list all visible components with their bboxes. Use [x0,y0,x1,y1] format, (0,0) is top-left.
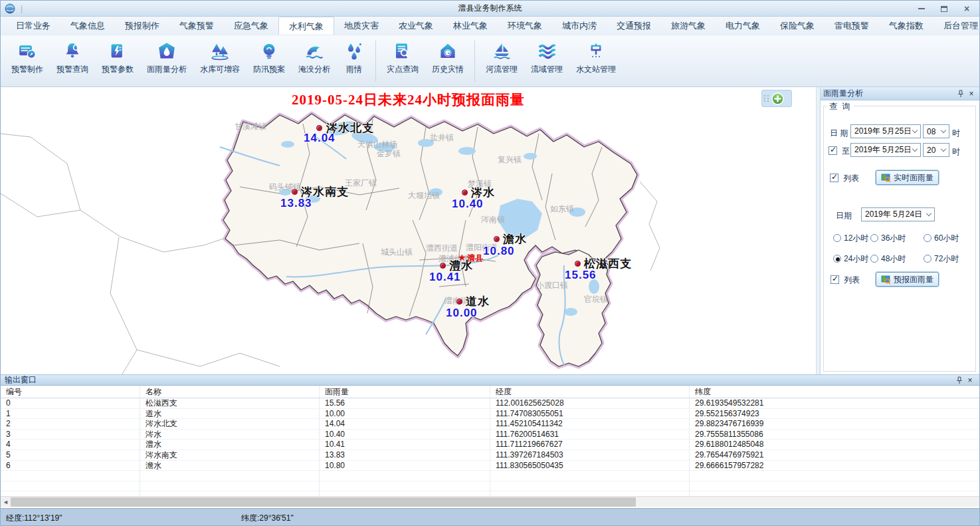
radio-24小时[interactable]: 24小时 [833,253,868,265]
menu-tab-6[interactable]: 水利气象 [278,17,334,35]
toolbar-button-rain[interactable]: 雨情 [337,39,371,76]
pin-icon[interactable] [955,88,966,99]
forecast-list-checkbox[interactable] [831,275,839,284]
menu-tab-18[interactable]: 后台管理 [933,17,980,35]
station-marker-dot[interactable] [575,261,581,267]
table-row[interactable]: 4澧水10.41111.71121966762729.6188012485048 [1,440,979,450]
end-hour-select[interactable]: 20 [923,143,949,157]
scroll-left-arrow[interactable]: ◄ [1,497,11,507]
radio-icon[interactable] [870,234,878,242]
table-row[interactable]: 6澹水10.80111.83056505043529.6666157957282 [1,461,979,471]
column-header[interactable]: 面雨量 [320,386,490,398]
column-header[interactable]: 名称 [140,386,320,398]
menu-tab-1[interactable]: 日常业务 [6,17,60,35]
station-marker-dot[interactable] [292,189,298,195]
realtime-list-row: 列表 [830,173,859,184]
table-cell [1,481,140,491]
table-row-empty [1,481,979,492]
table-row[interactable]: 0松滋西支15.56112.00162562502829.61935495322… [1,398,979,409]
to-checkbox[interactable] [829,146,837,155]
table-cell: 15.56 [320,398,490,408]
radio-icon[interactable] [870,255,878,263]
column-header[interactable]: 经度 [490,386,690,398]
menu-tab-17[interactable]: 气象指数 [879,17,933,35]
radio-48小时[interactable]: 48小时 [870,253,906,265]
toolbar-button-hydro-station[interactable]: 水文站管理 [569,39,623,76]
column-header[interactable]: 编号 [1,386,140,398]
panel-close-icon[interactable]: × [966,88,977,99]
station-marker-dot[interactable] [494,236,500,242]
menu-tab-16[interactable]: 雷电预警 [825,17,879,35]
table-cell: 111.76200514631 [490,430,690,440]
toolbar-button-area-rain[interactable]: 面雨量分析 [140,39,193,76]
table-row-empty [1,471,979,481]
table-cell [140,471,320,481]
minimize-button[interactable] [912,3,931,15]
add-layer-button[interactable] [771,92,784,105]
realtime-rain-button[interactable]: 实时面雨量 [876,170,939,185]
station-marker-dot[interactable] [440,263,446,269]
table-cell: 111.397267184503 [490,450,690,460]
table-row[interactable]: 1道水10.00111.74708305505129.552156374923 [1,409,979,420]
county-seat-star-icon: ★ [458,253,466,261]
menu-tab-2[interactable]: 气象信息 [60,17,115,35]
toolbar-button-submerge[interactable]: 淹没分析 [292,39,337,76]
panel-header: 面雨量分析 × [821,87,979,100]
menu-tab-15[interactable]: 保险气象 [770,17,825,35]
toolbar-button-river[interactable]: 河流管理 [479,39,524,76]
toolbar-button-flood-plan[interactable]: 防汛预案 [246,39,292,76]
close-button[interactable]: × [957,3,977,15]
widget-grip-handle[interactable] [764,95,769,102]
menu-bar: 日常业务气象信息预报制作气象预警应急气象水利气象地质灾害农业气象林业气象环境气象… [1,17,979,35]
station-marker-dot[interactable] [456,299,462,305]
forecast-date-select[interactable]: 2019年 5月24日 [861,207,935,221]
output-close-icon[interactable]: × [965,375,975,386]
menu-tab-8[interactable]: 农业气象 [389,17,443,35]
map-canvas[interactable]: 2019-05-24日未来24小时预报面雨量 甘溪滩镇天供山林场金罗镇盐井镇王家… [1,87,817,374]
table-cell: 0 [1,398,140,408]
menu-tab-11[interactable]: 城市内涝 [552,17,607,35]
start-date-select[interactable]: 2019年 5月25日 [850,124,921,138]
end-date-select[interactable]: 2019年 5月25日 [850,143,921,157]
toolbar-button-alert-edit[interactable]: 预警制作 [5,39,50,76]
menu-tab-5[interactable]: 应急气象 [224,17,278,35]
radio-icon[interactable] [924,234,931,242]
toolbar-button-alert-search[interactable]: 预警查询 [50,39,95,76]
radio-12小时[interactable]: 12小时 [833,233,868,244]
menu-tab-14[interactable]: 电力气象 [716,17,770,35]
table-row[interactable]: 2涔水北支14.04111.45210541134229.88234767169… [1,419,979,430]
radio-60小时[interactable]: 60小时 [924,233,959,244]
start-hour-select[interactable]: 08 [923,124,949,138]
menu-tab-3[interactable]: 预报制作 [115,17,169,35]
table-row[interactable]: 5涔水南支13.83111.39726718450329.76544769759… [1,450,979,461]
column-header[interactable]: 纬度 [690,386,979,398]
table-row[interactable]: 3涔水10.40111.7620051463129.7555811355086 [1,430,979,440]
radio-selected-icon[interactable] [833,255,841,263]
menu-tab-7[interactable]: 地质灾害 [334,17,389,35]
toolbar-button-alert-params[interactable]: 预警参数 [95,39,140,76]
menu-tab-13[interactable]: 旅游气象 [661,17,716,35]
radio-icon[interactable] [924,255,931,263]
chevron-down-icon [912,146,918,152]
menu-tab-12[interactable]: 交通预报 [607,17,661,35]
forecast-rain-button[interactable]: 预报面雨量 [876,272,939,287]
station-marker-dot[interactable] [316,125,322,131]
realtime-list-checkbox[interactable] [830,174,838,182]
menu-tab-4[interactable]: 气象预警 [169,17,224,35]
station-marker-dot[interactable] [462,190,468,196]
radio-36小时[interactable]: 36小时 [870,233,906,244]
toolbar-button-disaster-search[interactable]: 灾点查询 [380,39,425,76]
radio-72小时[interactable]: 72小时 [924,253,959,265]
scrollbar-thumb[interactable] [11,497,636,507]
toolbar-button-history[interactable]: 历史灾情 [425,39,470,76]
menu-tab-9[interactable]: 林业气象 [443,17,498,35]
toolbar-button-basin[interactable]: 流域管理 [524,39,569,76]
maximize-button[interactable] [934,3,954,15]
horizontal-scrollbar[interactable]: ◄ [1,496,979,507]
toolbar-button-reservoir[interactable]: 水库可增容 [193,39,246,76]
menu-tab-10[interactable]: 环境气象 [498,17,552,35]
pin-icon[interactable] [954,375,965,386]
radio-icon[interactable] [833,234,841,242]
disaster-search-icon [392,41,413,62]
map-base-layer [1,87,817,374]
